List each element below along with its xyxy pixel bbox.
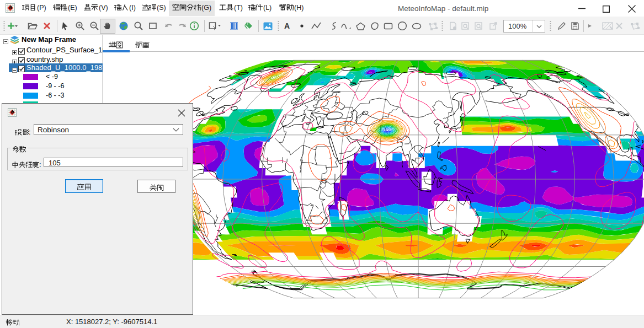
svg-text:A: A [284, 21, 290, 30]
